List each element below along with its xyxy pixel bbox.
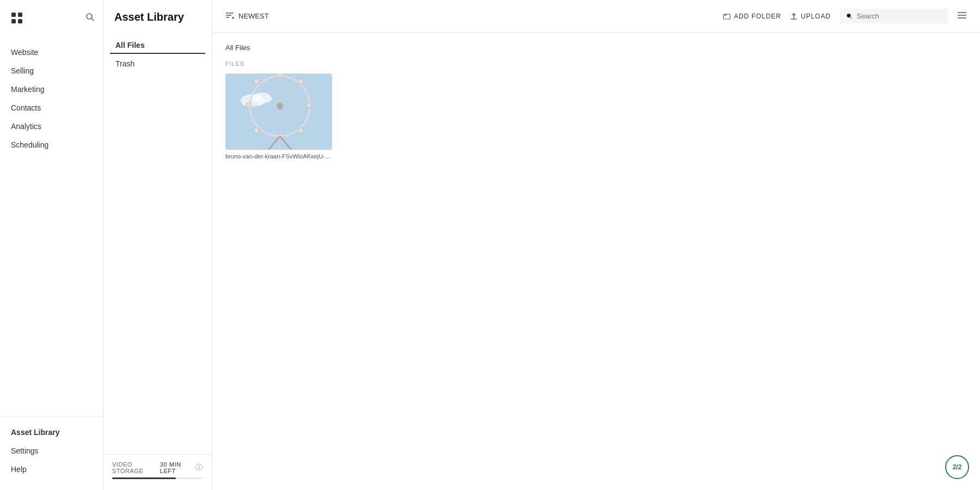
asset-library-title: Asset Library [103,0,212,32]
file-thumbnail [225,74,332,150]
svg-rect-0 [11,13,16,17]
header-right: ADD FOLDER UPLOAD [723,9,967,23]
svg-rect-34 [298,128,303,133]
svg-rect-32 [298,79,303,84]
upload-button[interactable]: UPLOAD [790,13,831,20]
sidebar-item-marketing[interactable]: Marketing [4,81,99,98]
breadcrumb: All Files [225,44,967,52]
sidebar-item-help[interactable]: Help [4,461,99,478]
svg-line-14 [850,17,852,19]
sidebar-item-website[interactable]: Website [4,44,99,61]
svg-rect-3 [18,19,22,23]
sidebar-item-scheduling[interactable]: Scheduling [4,136,99,154]
sidebar-item-contacts[interactable]: Contacts [4,99,99,117]
sidebar-item-analytics[interactable]: Analytics [4,118,99,135]
question-icon[interactable]: ⓘ [195,463,203,473]
grid-view-icon[interactable] [957,11,967,21]
files-grid: bruno-van-der-kraan-FSvWioAKwqU-unsplas.… [225,74,967,160]
svg-point-26 [277,103,283,109]
sidebar-nav: Website Selling Marketing Contacts Analy… [0,44,103,416]
main-header: NEWEST ADD FOLDER UPLOAD [212,0,980,33]
sidebar: Website Selling Marketing Contacts Analy… [0,0,103,490]
main-body: All Files FILES [212,33,980,490]
search-bar[interactable] [840,9,948,23]
sidebar-item-asset-library[interactable]: Asset Library [4,424,99,441]
svg-rect-29 [246,103,251,108]
file-name: bruno-van-der-kraan-FSvWioAKwqU-unsplas.… [225,153,332,160]
main-content: NEWEST ADD FOLDER UPLOAD [212,0,980,490]
sort-icon [225,11,234,21]
svg-line-5 [91,19,94,21]
files-section-label: FILES [225,60,967,67]
sidebar-bottom: Asset Library Settings Help [0,416,103,490]
storage-time: 30 MIN LEFT [160,461,193,474]
logo-icon[interactable] [9,10,25,26]
sidebar-item-selling[interactable]: Selling [4,62,99,79]
storage-bar [112,477,203,479]
folder-nav-trash[interactable]: Trash [110,55,205,72]
svg-rect-30 [307,103,311,108]
sort-control[interactable]: NEWEST [225,11,269,21]
add-folder-button[interactable]: ADD FOLDER [723,13,781,20]
folder-panel: Asset Library All Files Trash VIDEO STOR… [103,0,212,490]
svg-rect-31 [254,79,259,84]
folder-nav-all-files[interactable]: All Files [110,36,205,54]
folder-panel-footer: VIDEO STORAGE 30 MIN LEFT ⓘ [103,454,212,490]
search-input[interactable] [857,12,942,20]
file-card[interactable]: bruno-van-der-kraan-FSvWioAKwqU-unsplas.… [225,74,332,160]
folder-nav: All Files Trash [103,32,212,454]
video-storage-label: VIDEO STORAGE 30 MIN LEFT ⓘ [112,461,203,474]
storage-bar-fill [112,477,176,479]
version-badge[interactable]: 2/2 [945,455,969,479]
svg-rect-1 [18,13,22,17]
sidebar-search-icon[interactable] [85,13,94,23]
svg-rect-2 [11,19,16,23]
search-icon [846,13,853,20]
sidebar-item-settings[interactable]: Settings [4,442,99,460]
sidebar-header [0,0,103,26]
svg-rect-33 [254,128,259,133]
sort-label: NEWEST [238,12,269,20]
svg-rect-27 [277,74,283,77]
